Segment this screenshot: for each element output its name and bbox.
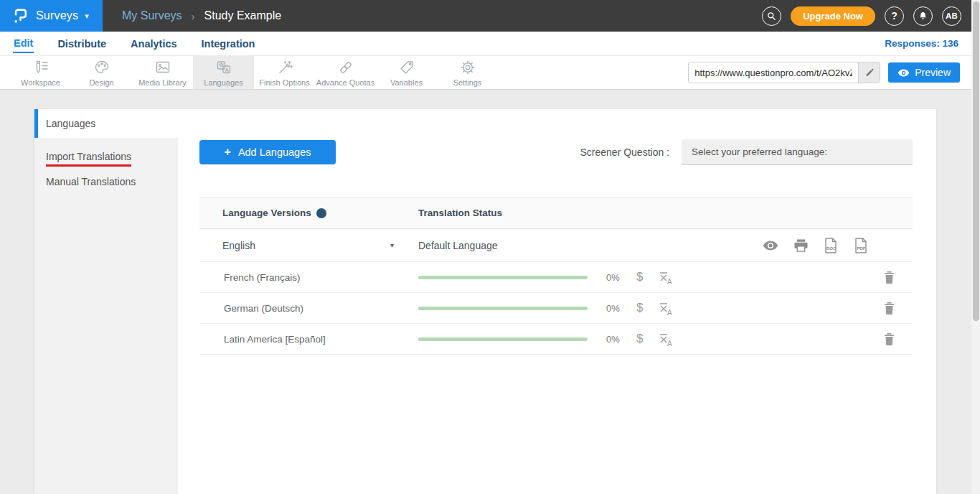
trash-icon <box>884 333 895 345</box>
chevron-down-icon: ▾ <box>85 11 89 21</box>
preview-button[interactable]: Preview <box>888 62 960 83</box>
translation-status-header: Translation Status <box>418 208 502 218</box>
upgrade-now-button[interactable]: Upgrade Now <box>791 6 875 26</box>
survey-url-box <box>688 62 880 83</box>
breadcrumb: My Surveys › Study Example <box>122 0 281 32</box>
advance-quotas-icon <box>337 59 354 76</box>
actions-row: + Add Languages Screener Question : Sele… <box>199 139 913 165</box>
toolbar-item-finish-options[interactable]: Finish Options <box>254 56 315 89</box>
add-languages-button[interactable]: + Add Languages <box>199 140 336 164</box>
design-icon <box>93 59 110 76</box>
default-language-status-cell: Default Language <box>418 238 913 253</box>
language-status-cell: 0% $ A <box>418 301 913 316</box>
survey-url-input[interactable] <box>689 62 858 83</box>
tab-integration[interactable]: Integration <box>201 34 256 52</box>
paid-translation-icon[interactable]: $ <box>636 270 643 284</box>
settings-icon <box>459 59 476 76</box>
preview-label: Preview <box>915 67 951 78</box>
table-header-row: Language Versions ? Translation Status <box>199 197 913 229</box>
svg-text:DOC: DOC <box>826 246 837 250</box>
language-versions-help-icon[interactable]: ? <box>316 208 326 218</box>
product-name: Surveys <box>36 9 78 22</box>
toolbar-item-settings[interactable]: Settings <box>437 56 498 89</box>
toolbar-item-advance-quotas[interactable]: Advance Quotas <box>315 56 376 89</box>
page-scrollbar[interactable] <box>971 0 980 494</box>
search-button[interactable] <box>762 6 781 26</box>
languages-main: + Add Languages Screener Question : Sele… <box>178 109 936 494</box>
toolbar-item-languages[interactable]: A Languages <box>193 56 254 89</box>
responses-count[interactable]: Responses: 136 <box>885 38 958 49</box>
toolbar-label: Languages <box>204 78 242 87</box>
export-pdf-button[interactable]: PDF <box>854 238 868 253</box>
sidebar-section-languages[interactable]: Languages <box>34 109 178 138</box>
manual-translations-label: Manual Translations <box>46 176 136 187</box>
svg-text:A: A <box>667 339 672 347</box>
bell-icon <box>918 11 928 22</box>
sidebar-item-manual-translations[interactable]: Manual Translations <box>46 172 178 192</box>
auto-translate-icon[interactable]: A <box>658 301 674 316</box>
media-library-icon <box>154 59 171 76</box>
language-name-cell: German (Deutsch) <box>199 303 418 314</box>
eye-icon <box>763 241 778 251</box>
delete-language-button[interactable] <box>884 333 895 345</box>
printer-icon <box>794 239 808 252</box>
questionpro-app: Surveys ▾ My Surveys › Study Example Upg… <box>0 0 980 494</box>
export-doc-button[interactable]: DOC <box>824 238 838 253</box>
tab-edit[interactable]: Edit <box>13 34 34 53</box>
paid-translation-icon[interactable]: $ <box>636 301 643 315</box>
toolbar-item-variables[interactable]: Variables <box>376 56 437 89</box>
help-button[interactable]: ? <box>885 6 904 26</box>
toolbar-label: Variables <box>390 78 423 87</box>
print-button[interactable] <box>794 239 808 252</box>
default-language-name: English <box>222 240 255 251</box>
language-name-cell: French (Français) <box>199 272 418 283</box>
user-avatar[interactable]: AB <box>942 6 961 26</box>
auto-translate-icon[interactable]: A <box>658 332 674 347</box>
table-row-german: German (Deutsch) 0% $ A <box>199 293 913 324</box>
notifications-button[interactable] <box>913 6 933 26</box>
tab-distribute[interactable]: Distribute <box>57 34 107 52</box>
edit-toolbar: Workspace Design Media Library A Languag… <box>0 55 980 90</box>
view-button[interactable] <box>763 241 778 251</box>
toolbar-item-design[interactable]: Design <box>71 56 132 89</box>
survey-nav-tabs: Edit Distribute Analytics Integration Re… <box>0 32 980 55</box>
pdf-file-icon: PDF <box>854 238 868 253</box>
languages-sidebar: Languages Import Translations Manual Tra… <box>34 109 178 494</box>
header-actions: Upgrade Now ? AB <box>762 0 961 32</box>
column-translation-status: Translation Status <box>418 208 913 218</box>
screener-question-select[interactable]: Select your preferred language: <box>682 139 913 165</box>
main-content: Languages Import Translations Manual Tra… <box>0 90 980 494</box>
toolbar-item-workspace[interactable]: Workspace <box>10 56 71 89</box>
default-language-actions: DOC PDF <box>763 238 868 253</box>
column-language-versions: Language Versions ? <box>199 208 418 218</box>
language-name: Latin America [Español] <box>222 334 326 345</box>
questionpro-logo-icon <box>12 6 28 25</box>
toolbar-label: Finish Options <box>259 78 309 87</box>
edit-url-button[interactable] <box>858 62 880 83</box>
tab-analytics[interactable]: Analytics <box>130 34 177 52</box>
translation-progress-bar <box>418 337 588 341</box>
add-languages-label: Add Languages <box>238 146 311 158</box>
auto-translate-icon[interactable]: A <box>658 270 674 285</box>
toolbar-item-media-library[interactable]: Media Library <box>132 56 193 89</box>
scrollbar-thumb[interactable] <box>973 1 979 321</box>
sidebar-item-import-translations[interactable]: Import Translations <box>46 146 178 172</box>
screener-question-label: Screener Question : <box>580 146 669 158</box>
workspace-icon <box>32 59 50 76</box>
breadcrumb-current-survey: Study Example <box>204 9 282 22</box>
product-menu[interactable]: Surveys ▾ <box>0 0 103 32</box>
delete-language-button[interactable] <box>884 271 895 284</box>
question-mark-icon: ? <box>891 10 897 22</box>
eye-icon <box>897 69 910 77</box>
language-versions-table: Language Versions ? Translation Status E… <box>199 197 913 355</box>
language-dropdown-caret-icon[interactable]: ▾ <box>390 241 394 249</box>
table-row-latin-america: Latin America [Español] 0% $ <box>199 324 913 355</box>
language-name-cell: Latin America [Español] <box>199 334 418 345</box>
paid-translation-icon[interactable]: $ <box>636 332 643 346</box>
breadcrumb-my-surveys[interactable]: My Surveys <box>122 9 182 22</box>
delete-language-button[interactable] <box>884 302 895 314</box>
sidebar-list: Import Translations Manual Translations <box>34 138 178 494</box>
svg-text:A: A <box>667 277 672 285</box>
trash-icon <box>884 302 895 314</box>
finish-options-icon <box>276 59 293 76</box>
